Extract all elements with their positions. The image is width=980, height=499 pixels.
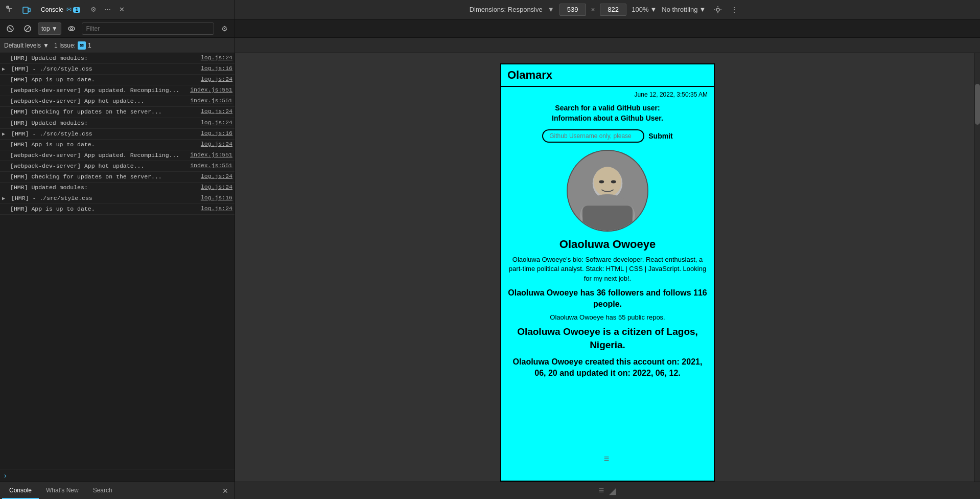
preview-bottom-bar: ≡ ◢ (599, 485, 617, 496)
console-tab-label: Console (41, 6, 63, 13)
expand-arrow-icon[interactable]: ▶ (2, 195, 5, 201)
levels-row: Default levels ▼ 1 Issue: ✉ 1 (0, 38, 980, 53)
log-entry: [HMR] App is up to date.log.js:24 (0, 140, 235, 150)
log-link[interactable]: log.js:16 (201, 65, 232, 72)
log-link[interactable]: index.js:551 (190, 162, 232, 169)
log-entry: [webpack-dev-server] App hot update...in… (0, 96, 235, 107)
search-row: Submit (507, 129, 708, 143)
more-tabs-button[interactable]: ⋯ (102, 4, 114, 16)
context-label: top (41, 25, 50, 32)
levels-left: Default levels ▼ 1 Issue: ✉ 1 (0, 38, 235, 53)
log-link[interactable]: log.js:24 (201, 173, 232, 179)
log-link[interactable]: log.js:24 (201, 54, 232, 61)
svg-point-17 (599, 180, 604, 184)
log-link[interactable]: log.js:24 (201, 119, 232, 126)
log-link[interactable]: log.js:24 (201, 76, 232, 82)
clear-console-button[interactable] (3, 21, 17, 36)
inspect-element-button[interactable] (3, 3, 17, 17)
expand-arrow-icon[interactable]: ▶ (2, 66, 5, 72)
default-levels-dropdown[interactable]: Default levels ▼ (4, 42, 49, 49)
log-link[interactable]: index.js:551 (190, 97, 232, 104)
log-entry: [webpack-dev-server] App hot update...in… (0, 161, 235, 172)
extra-icons: ⋮ (711, 3, 745, 17)
close-devtools-button[interactable]: ✕ (116, 4, 128, 16)
close-bottom-button[interactable]: ✕ (218, 485, 232, 497)
log-entry: [HMR] Updated modules:log.js:24 (0, 53, 235, 64)
levels-dropdown-icon: ▼ (43, 42, 49, 49)
log-entry: [HMR] Checking for updates on the server… (0, 172, 235, 183)
log-link[interactable]: log.js:24 (201, 141, 232, 147)
console-log-area[interactable]: [HMR] Updated modules:log.js:24▶[HMR] - … (0, 53, 235, 469)
log-link[interactable]: index.js:551 (190, 151, 232, 158)
tab-console-bottom[interactable]: Console (2, 482, 39, 499)
log-text: [HMR] - ./src/style.css (11, 65, 197, 73)
context-dropdown[interactable]: top ▼ (38, 22, 61, 35)
user-name: Olaoluwa Owoeye (507, 238, 708, 251)
user-followers: Olaoluwa Owoeye has 36 followers and fol… (507, 287, 708, 310)
log-link[interactable]: log.js:16 (201, 194, 232, 201)
width-input[interactable] (559, 4, 586, 16)
log-link[interactable]: index.js:551 (190, 86, 232, 93)
expand-arrow-icon[interactable]: ▶ (2, 131, 5, 137)
devtools-settings-button[interactable]: ⚙ (87, 4, 100, 16)
more-options-button[interactable]: ⋮ (727, 3, 741, 17)
log-text: [HMR] App is up to date. (10, 76, 197, 84)
eye-icon[interactable] (64, 21, 79, 36)
user-repos: Olaoluwa Owoeye has 55 public repos. (507, 313, 708, 321)
console-prompt[interactable]: › (0, 469, 235, 482)
log-link[interactable]: log.js:24 (201, 184, 232, 190)
log-text: [HMR] Updated modules: (10, 54, 197, 62)
context-dropdown-icon: ▼ (52, 25, 58, 32)
log-link[interactable]: log.js:24 (201, 108, 232, 115)
issues-badge: 1 Issue: ✉ 1 (54, 41, 91, 50)
log-text: [HMR] Updated modules: (10, 184, 197, 192)
submit-button[interactable]: Submit (648, 132, 672, 140)
log-entry: [webpack-dev-server] App updated. Recomp… (0, 150, 235, 161)
console-tab[interactable]: Console ✉ 1 (36, 2, 85, 17)
device-toolbar: Dimensions: Responsive ▼ × 100% ▼ No thr… (235, 3, 980, 17)
levels-text: Default levels (4, 42, 41, 49)
log-text: [webpack-dev-server] App hot update... (10, 162, 186, 170)
height-input[interactable] (600, 4, 626, 16)
log-entry: [webpack-dev-server] App updated. Recomp… (0, 85, 235, 96)
user-location: Olaoluwa Owoeye is a citizen of Lagos, N… (507, 325, 708, 352)
dimensions-label: Dimensions: Responsive (470, 6, 543, 13)
log-entry: [HMR] Updated modules:log.js:24 (0, 183, 235, 193)
tab-search[interactable]: Search (86, 482, 120, 499)
app-header: Olamarx (501, 64, 714, 87)
svg-point-9 (71, 28, 73, 30)
tab-badge: ✉ 1 (66, 6, 80, 13)
device-toolbar-button[interactable] (19, 3, 34, 17)
log-text: [HMR] Updated modules: (10, 119, 197, 127)
devtools-tab-bar: Console ✉ 1 ⚙ ⋯ ✕ (0, 0, 235, 19)
svg-point-3 (716, 8, 719, 11)
app-title: Olamarx (507, 69, 708, 82)
log-text: [webpack-dev-server] App updated. Recomp… (10, 86, 186, 95)
log-text: [webpack-dev-server] App hot update... (10, 97, 186, 105)
sensors-icon[interactable] (711, 3, 725, 17)
log-link[interactable]: log.js:24 (201, 205, 232, 212)
preview-scrollbar[interactable] (974, 53, 980, 482)
github-search-input[interactable] (542, 129, 644, 143)
scrollbar-thumb (975, 84, 980, 125)
log-link[interactable]: log.js:16 (201, 130, 232, 137)
zoom-dropdown[interactable]: 100% ▼ (632, 6, 657, 13)
console-settings-button[interactable]: ⚙ (217, 21, 231, 36)
filter-input[interactable] (82, 22, 214, 35)
log-text: [HMR] Checking for updates on the server… (10, 173, 197, 181)
tab-console-label: Console (9, 487, 32, 494)
user-avatar (567, 150, 648, 232)
user-bio: Olaoluwa Owoeye's bio: Software develope… (507, 255, 708, 283)
svg-line-5 (9, 27, 12, 30)
block-icon[interactable] (20, 21, 35, 36)
preview-container: Olamarx June 12, 2022, 3:50:35 AM Search… (235, 53, 980, 482)
log-entry: [HMR] Checking for updates on the server… (0, 107, 235, 118)
log-entry: ▶[HMR] - ./src/style.csslog.js:16 (0, 193, 235, 204)
log-text: [HMR] - ./src/style.css (11, 130, 197, 138)
log-text: [webpack-dev-server] App updated. Recomp… (10, 151, 186, 160)
preview-area: Olamarx June 12, 2022, 3:50:35 AM Search… (235, 53, 980, 482)
tab-whats-new[interactable]: What's New (39, 482, 86, 499)
dimensions-dropdown-icon: ▼ (548, 6, 554, 13)
throttle-dropdown[interactable]: No throttling ▼ (662, 6, 706, 13)
resize-handle[interactable]: ≡ (604, 453, 612, 464)
